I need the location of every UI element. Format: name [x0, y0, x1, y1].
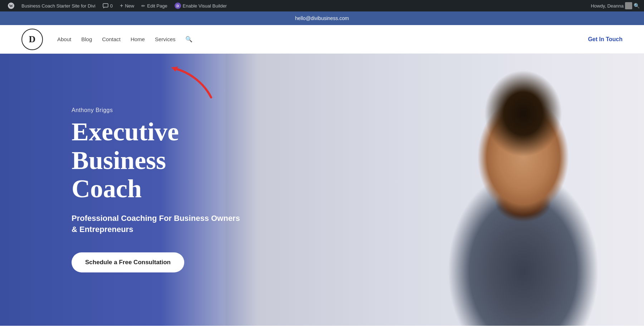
wp-logo-icon: W [8, 3, 14, 9]
edit-page-item[interactable]: ✏ Edit Page [138, 0, 171, 11]
admin-bar-right: Howdy, Deanna 🔍 [591, 2, 640, 9]
site-name-label: Business Coach Starter Site for Divi [21, 3, 96, 9]
wp-admin-bar: W Business Coach Starter Site for Divi 0… [0, 0, 644, 11]
hero-person-name: Anthony Briggs [72, 107, 243, 113]
comment-icon [103, 3, 108, 8]
nav-blog[interactable]: Blog [81, 36, 92, 42]
search-icon-nav[interactable]: 🔍 [185, 36, 192, 43]
hero-content: Anthony Briggs Executive Business Coach … [0, 78, 243, 301]
comment-count: 0 [110, 3, 113, 9]
howdy-text: Howdy, Deanna [591, 3, 624, 9]
user-avatar [625, 2, 632, 9]
nav-services[interactable]: Services [155, 36, 176, 42]
site-name-item[interactable]: Business Coach Starter Site for Divi [18, 0, 99, 11]
pencil-icon: ✏ [141, 3, 145, 9]
email-link[interactable]: hello@divibusiness.com [295, 15, 349, 21]
new-item[interactable]: + New [116, 0, 138, 11]
get-in-touch-button[interactable]: Get In Touch [588, 36, 623, 43]
svg-rect-0 [103, 4, 108, 7]
hero-section: Anthony Briggs Executive Business Coach … [0, 54, 644, 326]
edit-label: Edit Page [147, 3, 167, 9]
divi-icon: D [175, 3, 181, 9]
hero-subtitle: Professional Coaching For Business Owner… [72, 213, 243, 235]
nav-contact[interactable]: Contact [102, 36, 121, 42]
hero-cta-button[interactable]: Schedule a Free Consultation [72, 252, 184, 272]
hero-title: Executive Business Coach [72, 118, 243, 203]
nav-home[interactable]: Home [131, 36, 145, 42]
new-label: New [125, 3, 134, 9]
top-bar: hello@divibusiness.com [0, 11, 644, 25]
plus-icon: + [120, 3, 123, 9]
logo-letter: D [29, 34, 36, 45]
visual-builder-label: Enable Visual Builder [183, 3, 227, 9]
main-nav: About Blog Contact Home Services 🔍 [57, 36, 588, 43]
nav-about[interactable]: About [57, 36, 71, 42]
wp-logo-item[interactable]: W [4, 0, 18, 11]
search-icon-admin[interactable]: 🔍 [634, 3, 640, 9]
site-logo[interactable]: D [21, 29, 43, 50]
site-header: D About Blog Contact Home Services 🔍 Get… [0, 25, 644, 54]
visual-builder-item[interactable]: D Enable Visual Builder [171, 0, 230, 11]
comments-item[interactable]: 0 [99, 0, 116, 11]
